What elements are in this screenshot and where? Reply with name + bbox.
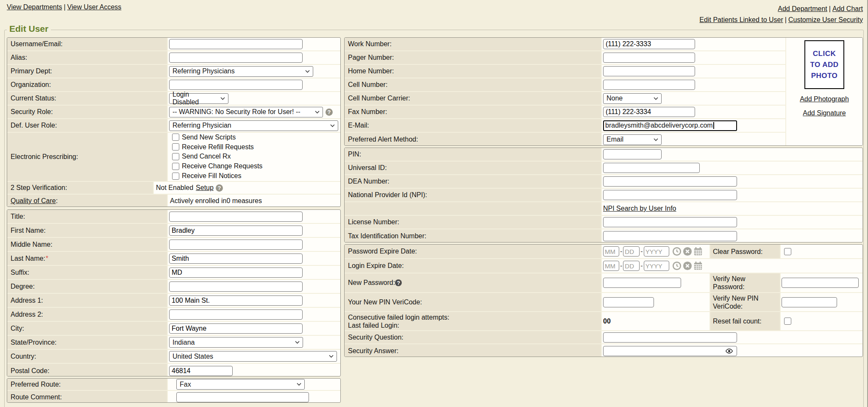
row-cell-number: Cell Number: [345, 78, 785, 92]
row-country: Country: United States [7, 350, 340, 364]
row-suffix: Suffix: [7, 266, 340, 280]
security-question-input[interactable] [603, 332, 737, 343]
degree-input[interactable] [169, 282, 303, 292]
row-middle-name: Middle Name: [7, 238, 340, 252]
new-password-input[interactable] [603, 278, 681, 288]
login-expire-day-input[interactable] [623, 261, 640, 271]
npi-input[interactable] [603, 190, 737, 200]
clear-date-icon[interactable] [683, 247, 692, 256]
reset-fail-count-checkbox[interactable] [784, 318, 791, 325]
password-expire-month-input[interactable] [603, 246, 619, 256]
license-number-input[interactable] [603, 217, 737, 227]
new-pin-vericode-input[interactable] [603, 297, 654, 307]
title-input[interactable] [169, 212, 303, 222]
quality-of-care-link[interactable]: Quality of Care [11, 197, 56, 205]
add-photograph-link[interactable]: Add Photograph [800, 95, 849, 103]
tax-id-input[interactable] [603, 231, 737, 241]
send-new-scripts-checkbox[interactable] [172, 134, 179, 141]
receive-fill-notices-checkbox[interactable] [172, 173, 179, 180]
username-input[interactable] [169, 39, 303, 49]
npi-search-link[interactable]: NPI Search by User Info [603, 205, 676, 212]
clear-date-icon[interactable] [683, 261, 692, 270]
security-answer-input[interactable] [603, 346, 737, 356]
preferred-route-select[interactable]: Fax [176, 379, 305, 390]
security-role-select[interactable]: -- WARNING: No Security Role for User! -… [169, 107, 323, 117]
two-step-help-icon[interactable]: ? [216, 184, 223, 192]
def-user-role-select[interactable]: Referring Physician [169, 120, 338, 131]
first-name-input[interactable] [169, 226, 303, 236]
link-view-user-access[interactable]: View User Access [67, 3, 122, 11]
login-expire-month-input[interactable] [603, 261, 619, 271]
row-cell-carrier: Cell Number Carrier: None [345, 92, 785, 106]
address1-input[interactable] [169, 295, 303, 306]
link-view-departments[interactable]: View Departments [7, 3, 62, 11]
date-dash: - [640, 262, 643, 270]
chevron-down-icon [654, 97, 658, 100]
page-title: Edit User [7, 24, 51, 34]
chevron-down-icon [330, 124, 335, 127]
time-picker-icon[interactable] [672, 261, 682, 270]
cell-number-input[interactable] [603, 80, 695, 90]
row-security-role: Security Role: -- WARNING: No Security R… [7, 106, 340, 119]
row-npi: National Provider Id (NPI): [345, 189, 862, 202]
link-add-chart[interactable]: Add Chart [832, 5, 863, 12]
password-expire-day-input[interactable] [623, 246, 640, 256]
state-value: Indiana [172, 339, 195, 346]
link-add-department[interactable]: Add Department [778, 5, 827, 12]
link-customize-user-security[interactable]: Customize User Security [788, 16, 863, 23]
password-expire-year-input[interactable] [644, 246, 669, 256]
security-role-help-icon[interactable]: ? [326, 109, 333, 116]
calendar-icon[interactable] [693, 247, 703, 256]
country-select[interactable]: United States [169, 351, 337, 362]
row-new-pin-vericode: Your New PIN VeriCode: Verify New PIN Ve… [345, 293, 862, 312]
row-pager-number: Pager Number: [345, 51, 785, 65]
universal-id-input[interactable] [603, 163, 700, 173]
dea-number-input[interactable] [603, 176, 737, 187]
chevron-down-icon [305, 70, 310, 73]
current-status-select[interactable]: Login Disabled [169, 93, 228, 104]
link-edit-patients-linked[interactable]: Edit Patients Linked to User [699, 16, 783, 23]
work-number-input[interactable] [603, 39, 695, 49]
calendar-icon[interactable] [693, 261, 703, 270]
route-comment-input[interactable] [176, 392, 309, 402]
receive-fill-notices-label: Receive Fill Notices [182, 172, 241, 180]
postal-code-label: Postal Code: [7, 364, 168, 376]
two-step-setup-link[interactable]: Setup [196, 184, 214, 192]
verify-new-pin-vericode-input[interactable] [782, 297, 837, 307]
login-expire-year-input[interactable] [644, 261, 669, 271]
postal-code-input[interactable] [169, 366, 233, 376]
cell-carrier-value: None [606, 95, 623, 102]
primary-dept-select[interactable]: Referring Physicians [169, 66, 313, 77]
add-signature-link[interactable]: Add Signature [803, 109, 846, 117]
pin-input[interactable] [603, 149, 662, 159]
suffix-input[interactable] [169, 268, 303, 278]
row-email: E-Mail: bradleysmith@abcdeliverycorp.com [345, 119, 785, 133]
state-select[interactable]: Indiana [169, 337, 303, 348]
cell-carrier-select[interactable]: None [603, 93, 662, 104]
middle-name-input[interactable] [169, 240, 303, 250]
row-current-status: Current Status: Login Disabled [7, 92, 340, 106]
receive-refill-requests-checkbox[interactable] [172, 143, 179, 151]
show-password-eye-icon[interactable] [726, 348, 733, 354]
alias-input[interactable] [169, 53, 303, 63]
fax-number-input[interactable] [603, 107, 695, 117]
add-photo-placeholder[interactable]: CLICK TO ADD PHOTO [804, 40, 844, 89]
last-name-label: Last Name: [11, 255, 45, 262]
title-label: Title: [7, 210, 168, 223]
address2-input[interactable] [169, 309, 303, 320]
home-number-input[interactable] [603, 66, 695, 76]
receive-change-requests-checkbox[interactable] [172, 163, 179, 170]
organization-input[interactable] [169, 80, 303, 90]
alert-method-select[interactable]: Email [603, 134, 662, 145]
city-input[interactable] [169, 323, 303, 334]
last-name-input[interactable] [169, 254, 303, 264]
new-password-help-icon[interactable]: ? [395, 279, 402, 286]
verify-new-password-input[interactable] [782, 278, 859, 288]
pager-number-input[interactable] [603, 53, 695, 63]
time-picker-icon[interactable] [672, 247, 682, 256]
middle-name-label: Middle Name: [7, 238, 168, 251]
clear-password-checkbox[interactable] [784, 248, 791, 255]
email-field[interactable]: bradleysmith@abcdeliverycorp.com [603, 120, 737, 131]
send-cancel-rx-checkbox[interactable] [172, 153, 179, 160]
login-expire-label: Login Expire Date: [345, 259, 602, 273]
